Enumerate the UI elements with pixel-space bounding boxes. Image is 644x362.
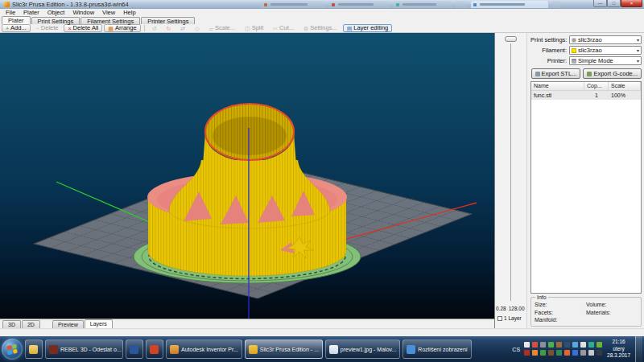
filament-select[interactable]: slic3rzao ▾ (569, 46, 642, 55)
arrange-icon: ▦ (108, 26, 114, 31)
tray-icon[interactable] (580, 350, 586, 356)
printer-select[interactable]: Simple Mode ▾ (569, 56, 642, 65)
tab-filament-settings[interactable]: Filament Settings (80, 17, 140, 24)
arrange-button[interactable]: ▦ Arrange (104, 24, 140, 32)
rotate-cw-button[interactable]: ↻ (162, 24, 175, 32)
mirror-button[interactable]: ⇄ (176, 24, 189, 32)
scale-button[interactable]: ▱ Scale... (205, 24, 239, 32)
tray-icon[interactable] (540, 350, 546, 356)
clock-time: 21:16 (607, 339, 630, 346)
taskbar-slic3r-button[interactable]: Slic3r Prusa Edition - ... (245, 339, 323, 359)
close-button[interactable]: × (621, 0, 642, 7)
menu-window[interactable]: Window (68, 9, 98, 16)
taskbar-inventor-button[interactable]: Autodesk Inventor Pr... (166, 339, 242, 359)
taskbar-word-button[interactable] (126, 339, 143, 359)
column-name[interactable]: Name (531, 82, 584, 90)
start-button[interactable] (2, 339, 23, 360)
window-controls: — □ × (593, 0, 642, 7)
tray-icon[interactable] (572, 342, 578, 348)
info-volume-label: Volume: (586, 302, 638, 308)
language-indicator[interactable]: CS (510, 347, 522, 352)
tray-icon[interactable] (532, 350, 538, 356)
layer-slider-knob[interactable] (505, 36, 517, 42)
maximize-button[interactable]: □ (607, 0, 621, 7)
tray-icon[interactable] (532, 342, 538, 348)
background-window-tab (471, 1, 548, 8)
viewport-3d[interactable] (0, 33, 494, 319)
minimize-button[interactable]: — (593, 0, 607, 7)
taskbar-rebel3d-button[interactable]: REBEL 3D - Odeslat o... (45, 339, 123, 359)
rotate-free-button[interactable]: ◇ (191, 24, 203, 32)
tab-print-settings[interactable]: Print Settings (31, 17, 80, 24)
tray-icon[interactable] (524, 350, 530, 356)
one-layer-checkbox[interactable] (497, 316, 502, 321)
tray-icon[interactable] (556, 350, 562, 356)
split-button[interactable]: ◫ Split (241, 24, 267, 32)
tray-icon[interactable] (564, 350, 570, 356)
tray-icon[interactable] (588, 342, 594, 348)
tray-icon[interactable] (580, 342, 586, 348)
layer-slider-track[interactable] (510, 43, 511, 301)
settings-button[interactable]: ⚙ Settings... (299, 24, 341, 32)
tray-icon[interactable] (597, 350, 602, 356)
tray-icon[interactable] (548, 350, 554, 356)
filament-color-icon (572, 48, 576, 53)
export-stl-button[interactable]: Export STL... (531, 68, 581, 79)
info-materials-label: Materials: (586, 310, 638, 316)
title-bar[interactable]: Slic3r Prusa Edition - 1.33.8-prusa3d-wi… (0, 0, 644, 9)
layer-editing-toggle[interactable]: ▤ Layer editing (343, 24, 393, 32)
tray-icon[interactable] (572, 350, 578, 356)
layer-value-low: 0.28 (496, 306, 506, 311)
object-list[interactable]: Name Cop... Scale func.stl 1 100% (530, 81, 642, 294)
tray-icon[interactable] (588, 350, 594, 356)
rotate-ccw-button[interactable]: ↺ (148, 24, 161, 32)
filament-label: Filament: (530, 47, 569, 54)
tray-icon[interactable] (597, 342, 602, 348)
taskbar-app-button[interactable] (146, 339, 163, 359)
cell-scale: 100% (609, 91, 641, 100)
one-layer-option: 1 Layer (497, 315, 522, 321)
printer-row: Printer: Simple Mode ▾ (530, 56, 642, 65)
export-gcode-button[interactable]: Export G-code... (583, 68, 642, 79)
menu-view[interactable]: View (98, 9, 119, 16)
taskbar-display-settings-button[interactable]: Rozlišení zobrazení (402, 339, 471, 359)
tab-printer-settings[interactable]: Printer Settings (141, 17, 195, 24)
info-box: Info Size: Volume: Facets: Materials: Ma… (530, 297, 642, 327)
info-size-label: Size: (535, 302, 586, 308)
tray-icon[interactable] (548, 342, 554, 348)
tab-plater[interactable]: Plater (2, 16, 31, 24)
table-row[interactable]: func.stl 1 100% (531, 91, 641, 100)
taskbar-clock[interactable]: 21:16 úterý 28.3.2017 (605, 339, 633, 360)
column-scale[interactable]: Scale (609, 82, 641, 90)
show-desktop-button[interactable] (635, 336, 642, 362)
tab-3d[interactable]: 3D (2, 320, 21, 328)
taskbar-paint-button[interactable]: preview1.jpg - Malov... (325, 339, 401, 359)
tray-icon[interactable] (556, 342, 562, 348)
model-func-stl[interactable] (147, 104, 347, 276)
tab-layers[interactable]: Layers (85, 319, 113, 328)
toolbar-separator (144, 25, 145, 31)
menu-object[interactable]: Object (43, 9, 69, 16)
menu-help[interactable]: Help (119, 9, 139, 16)
add-button[interactable]: + Add... (2, 24, 31, 32)
tray-icons (524, 342, 602, 356)
menu-plater[interactable]: Plater (19, 9, 43, 16)
settings-icon: ⚙ (303, 26, 308, 31)
column-copies[interactable]: Cop... (584, 82, 609, 90)
app-icon (4, 2, 10, 7)
tab-2d[interactable]: 2D (22, 320, 40, 328)
rebel3d-icon (49, 345, 58, 354)
folder-icon (29, 345, 38, 354)
taskbar-explorer-button[interactable] (25, 339, 43, 359)
menu-file[interactable]: File (2, 9, 19, 16)
delete-all-button[interactable]: × Delete All (64, 24, 102, 32)
delete-button[interactable]: − Delete (32, 24, 63, 32)
word-icon (130, 345, 138, 354)
rotate-icon: ◇ (195, 26, 199, 31)
tray-icon[interactable] (524, 342, 530, 348)
print-settings-select[interactable]: slic3rzao ▾ (569, 35, 642, 44)
tray-icon[interactable] (540, 342, 546, 348)
tab-preview[interactable]: Preview (52, 320, 84, 328)
tray-icon[interactable] (564, 342, 570, 348)
cut-button[interactable]: ✂ Cut... (269, 24, 298, 32)
